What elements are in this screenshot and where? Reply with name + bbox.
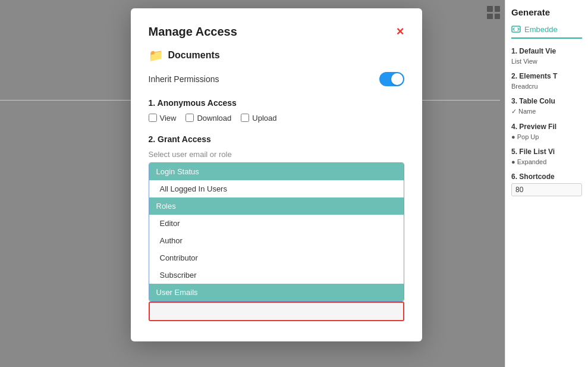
dropdown-item-all-logged-in[interactable]: All Logged In Users (149, 180, 404, 197)
dropdown-item-editor[interactable]: Editor (149, 215, 404, 232)
grant-access-section: 2. Grant Access Select user email or rol… (149, 134, 404, 321)
right-panel-tab[interactable]: Embedde (511, 24, 582, 39)
grid-icon[interactable] (487, 6, 500, 19)
section-preview-value: ● Pop Up (511, 133, 582, 140)
folder-name: Documents (168, 50, 220, 61)
section-table-col-value: ✓ Name (511, 108, 582, 115)
dropdown-item-roles[interactable]: Roles (149, 197, 404, 215)
section-shortcode: 6. Shortcode 80 (511, 172, 582, 196)
grant-access-dropdown[interactable]: Login Status All Logged In Users Roles E… (149, 162, 404, 302)
anonymous-access-heading: 1. Anonymous Access (149, 98, 404, 108)
section-preview: 4. Preview Fil ● Pop Up (511, 123, 582, 140)
dropdown-item-contributor[interactable]: Contributor (149, 249, 404, 266)
section-elements-value: Breadcru (511, 83, 582, 90)
grid-icon-wrap[interactable] (487, 6, 500, 19)
dropdown-item-author[interactable]: Author (149, 232, 404, 249)
anonymous-access-section: 1. Anonymous Access View Download Upload (149, 98, 404, 123)
embed-icon (511, 24, 521, 34)
inherit-permissions-toggle[interactable] (379, 72, 404, 86)
dropdown-item-login-status[interactable]: Login Status (149, 163, 404, 180)
section-table-col: 3. Table Colu ✓ Name (511, 97, 582, 115)
inherit-permissions-row: Inherit Permissions (149, 72, 404, 86)
upload-checkbox[interactable] (241, 114, 249, 122)
section-table-col-title: 3. Table Colu (511, 97, 582, 105)
toggle-knob (391, 73, 403, 85)
section-preview-title: 4. Preview Fil (511, 123, 582, 131)
close-button[interactable]: × (397, 25, 404, 38)
dropdown-item-subscriber[interactable]: Subscriber (149, 266, 404, 284)
view-checkbox[interactable] (149, 114, 157, 122)
modal-title: Manage Access (149, 25, 237, 39)
email-input-row[interactable] (149, 302, 404, 321)
right-panel-tab-label: Embedde (524, 25, 558, 34)
modal: Manage Access × 📁 Documents Inherit Perm… (131, 8, 422, 341)
section-default-view: 1. Default Vie List View (511, 47, 582, 65)
view-label: View (160, 114, 177, 123)
folder-row: 📁 Documents (149, 48, 404, 62)
right-panel-title: Generate (511, 7, 582, 17)
right-panel: Generate Embedde 1. Default Vie List Vie… (505, 0, 588, 367)
section-default-view-value: List View (511, 58, 582, 65)
download-checkbox[interactable] (185, 114, 194, 122)
grant-access-heading: 2. Grant Access (149, 134, 404, 144)
folder-icon: 📁 (149, 48, 163, 62)
checkbox-upload[interactable]: Upload (241, 114, 276, 123)
shortcode-value: 80 (511, 183, 582, 196)
inherit-permissions-label: Inherit Permissions (149, 74, 219, 84)
email-input[interactable] (150, 303, 403, 320)
dropdown-item-user-emails[interactable]: User Emails (149, 284, 404, 301)
section-file-list-title: 5. File List Vi (511, 148, 582, 156)
section-elements: 2. Elements T Breadcru (511, 72, 582, 90)
section-shortcode-title: 6. Shortcode (511, 172, 582, 181)
upload-label: Upload (252, 114, 276, 123)
modal-header: Manage Access × (149, 25, 404, 39)
section-file-list-value: ● Expanded (511, 158, 582, 165)
section-default-view-title: 1. Default Vie (511, 47, 582, 55)
checkbox-view[interactable]: View (149, 114, 177, 123)
anonymous-access-options: View Download Upload (149, 114, 404, 123)
section-elements-title: 2. Elements T (511, 72, 582, 80)
checkbox-download[interactable]: Download (185, 114, 231, 123)
grant-access-select-label: Select user email or role (149, 150, 404, 159)
section-file-list: 5. File List Vi ● Expanded (511, 148, 582, 165)
download-label: Download (197, 114, 231, 123)
